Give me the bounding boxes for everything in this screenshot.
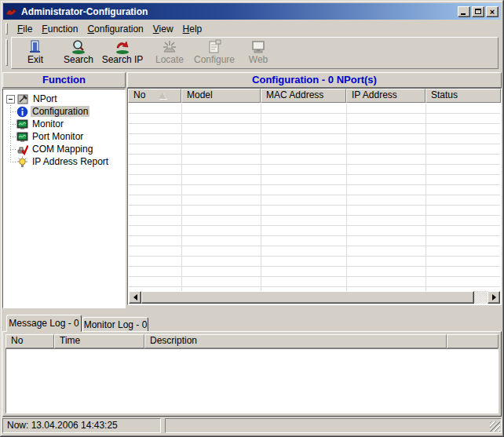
horizontal-scrollbar[interactable] (129, 291, 500, 304)
log-column-spacer (447, 334, 499, 348)
column-header-mac-address[interactable]: MAC Address (261, 89, 346, 103)
tree-item-label[interactable]: Monitor (31, 118, 65, 129)
function-tree: NPort Configuration Monit (3, 89, 125, 168)
menu-function[interactable]: Function (37, 23, 82, 35)
log-column-no[interactable]: No (5, 334, 54, 348)
menu-help[interactable]: Help (178, 23, 207, 35)
tree-guide-line (10, 105, 11, 163)
statusbar-pane (165, 418, 502, 433)
menu-configuration[interactable]: Configuration (82, 23, 148, 35)
app-logo-icon (5, 5, 18, 18)
web-icon (250, 39, 266, 55)
tree-item-port-monitor[interactable]: Port Monitor (10, 130, 125, 143)
toolbar: Exit Search Search IP (3, 36, 501, 70)
configuration-panel-header: Configuration - 0 NPort(s) (127, 72, 502, 88)
column-header-no[interactable]: No (128, 89, 181, 103)
tree-guide-stub (10, 137, 16, 137)
log-table-body[interactable] (5, 348, 499, 413)
search-ip-icon (115, 39, 130, 55)
tree-item-configuration[interactable]: Configuration (10, 105, 125, 118)
application-window: Administrator-Configuration × File Funct… (0, 0, 504, 437)
menu-view[interactable]: View (148, 23, 178, 35)
search-label: Search (64, 55, 93, 65)
exit-icon (27, 39, 43, 55)
nport-icon (17, 93, 29, 105)
tree-guide-stub (10, 149, 16, 150)
log-column-time[interactable]: Time (54, 334, 144, 348)
column-header-ip-address[interactable]: IP Address (346, 89, 425, 103)
column-header-status[interactable]: Status (425, 89, 501, 103)
locate-icon (162, 39, 177, 55)
column-header-model[interactable]: Model (181, 89, 261, 103)
tree-root-nport[interactable]: NPort (5, 93, 125, 105)
web-label: Web (249, 55, 268, 65)
search-icon (71, 39, 86, 55)
device-list-header: No Model MAC Address IP Address Status (128, 89, 501, 103)
info-icon (16, 106, 28, 118)
locate-button[interactable]: Locate (152, 39, 188, 68)
scroll-left-button[interactable] (129, 291, 141, 304)
monitor-icon (16, 118, 28, 130)
maximize-icon (475, 9, 481, 14)
tree-item-ip-address-report[interactable]: IP Address Report (10, 155, 125, 168)
function-tree-panel: NPort Configuration Monit (2, 89, 126, 308)
exit-button[interactable]: Exit (16, 39, 54, 68)
resize-grip-icon[interactable] (490, 421, 500, 432)
scrollbar-thumb[interactable] (141, 291, 474, 304)
collapse-icon[interactable] (6, 95, 15, 104)
web-button[interactable]: Web (241, 39, 276, 68)
title-bar: Administrator-Configuration × (3, 3, 501, 20)
menu-bar: File Function Configuration View Help (3, 21, 501, 36)
menu-file[interactable]: File (13, 23, 37, 35)
log-table-header: No Time Description (5, 334, 499, 348)
arrow-left-icon (133, 294, 137, 300)
menubar-gripper[interactable] (5, 23, 8, 35)
minimize-icon (461, 13, 466, 15)
function-panel-header: Function (2, 72, 126, 88)
minimize-button[interactable] (458, 6, 470, 17)
log-panel: No Time Description (2, 331, 502, 417)
toolbar-band: Exit Search Search IP (11, 37, 499, 69)
maximize-button[interactable] (472, 6, 484, 17)
tree-item-com-mapping[interactable]: COM Mapping (10, 143, 125, 155)
tree-guide-stub (10, 124, 16, 125)
statusbar-clock: Now: 13.04.2006 14:43:25 (2, 418, 161, 433)
tree-guide-stub (10, 111, 16, 112)
locate-label: Locate (155, 55, 184, 65)
search-ip-button[interactable]: Search IP (100, 39, 145, 68)
tab-monitor-log[interactable]: Monitor Log - 0 (82, 317, 148, 332)
window-title: Administrator-Configuration (21, 6, 458, 17)
configure-button[interactable]: Configure (192, 39, 236, 68)
exit-label: Exit (27, 55, 43, 65)
tree-item-label[interactable]: IP Address Report (31, 156, 110, 167)
configure-icon (206, 39, 222, 55)
tree-guide-stub (10, 162, 16, 162)
ip-report-icon (16, 156, 28, 168)
arrow-right-icon (492, 294, 496, 300)
close-button[interactable]: × (486, 6, 499, 17)
configure-label: Configure (194, 55, 235, 65)
toolbar-gripper[interactable] (5, 39, 8, 66)
search-ip-label: Search IP (102, 55, 144, 65)
device-list: No Model MAC Address IP Address Status (127, 88, 502, 305)
device-list-body[interactable] (129, 104, 500, 291)
tree-item-label[interactable]: Port Monitor (31, 131, 85, 142)
tab-message-log[interactable]: Message Log - 0 (6, 315, 82, 332)
com-mapping-icon (16, 144, 28, 155)
port-monitor-icon (16, 131, 28, 143)
tree-item-monitor[interactable]: Monitor (10, 118, 125, 130)
scroll-right-button[interactable] (488, 291, 500, 304)
tree-item-label[interactable]: COM Mapping (31, 144, 94, 155)
sort-ascending-icon (159, 93, 166, 99)
log-column-description[interactable]: Description (144, 334, 447, 348)
search-button[interactable]: Search (59, 39, 98, 68)
tree-root-label[interactable]: NPort (31, 93, 59, 104)
tree-item-label[interactable]: Configuration (31, 106, 89, 117)
close-icon: × (490, 8, 495, 16)
